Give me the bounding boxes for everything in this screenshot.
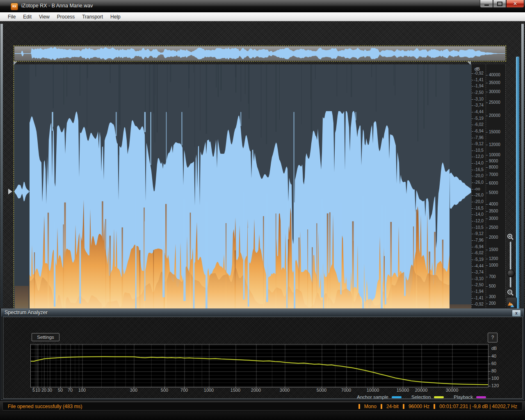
menu-item-file[interactable]: File bbox=[4, 13, 19, 21]
spectrum-analyzer-panel: Spectrum Analyzer x Settings ? 510203050… bbox=[1, 308, 524, 400]
spectrogram-view[interactable] bbox=[14, 64, 472, 320]
frequency-tick-label: 500 bbox=[489, 284, 496, 288]
amplitude-tick bbox=[472, 202, 473, 202]
amplitude-tick bbox=[472, 189, 473, 189]
amplitude-tick bbox=[472, 93, 473, 93]
analyzer-titlebar[interactable]: Spectrum Analyzer x bbox=[1, 309, 524, 317]
frequency-tick-label: 6000 bbox=[489, 181, 498, 185]
amplitude-tick-label: -1,41 bbox=[474, 296, 484, 300]
menu-item-edit[interactable]: Edit bbox=[19, 13, 35, 21]
frequency-tick bbox=[486, 304, 488, 304]
legend-swatch bbox=[434, 396, 444, 398]
analyzer-close-button[interactable]: x bbox=[512, 310, 521, 317]
amplitude-tick bbox=[472, 298, 473, 299]
amplitude-tick-label: -6,02 bbox=[474, 251, 484, 255]
playhead-marker-icon[interactable] bbox=[8, 189, 12, 194]
frequency-tick-label: 3500 bbox=[489, 209, 498, 213]
amplitude-tick-label: -4,44 bbox=[474, 110, 484, 114]
legend-label: Anchor sample bbox=[357, 395, 388, 399]
app-icon: RX bbox=[11, 3, 18, 10]
amplitude-tick bbox=[472, 80, 473, 80]
status-separator bbox=[434, 404, 435, 409]
help-button[interactable]: ? bbox=[488, 333, 498, 342]
analyzer-y-tick bbox=[488, 386, 491, 386]
legend-item: Selection bbox=[411, 395, 444, 399]
analyzer-body: Settings ? 51020305070100300500700100015… bbox=[3, 317, 523, 399]
legend-item: Anchor sample bbox=[357, 395, 402, 399]
amplitude-tick-label: -9,12 bbox=[474, 231, 484, 236]
frequency-tick bbox=[486, 297, 488, 297]
analyzer-x-tick-label: 1000 bbox=[204, 388, 214, 393]
close-icon: ✕ bbox=[513, 1, 517, 7]
frequency-tick-label: 10000 bbox=[489, 153, 500, 157]
status-bar: File opened successfully (483 ms) Mono24… bbox=[0, 401, 525, 412]
menu-item-view[interactable]: View bbox=[35, 13, 53, 21]
status-message: File opened successfully (483 ms) bbox=[8, 404, 82, 409]
analyzer-y-tick-label: 80 bbox=[491, 368, 496, 373]
titlebar[interactable]: RX iZotope RX - B Anna Marie.wav ✕ bbox=[0, 0, 525, 13]
frequency-tick bbox=[486, 265, 488, 266]
amplitude-tick bbox=[472, 304, 473, 305]
amplitude-tick bbox=[472, 240, 473, 241]
close-button[interactable]: ✕ bbox=[506, 0, 524, 8]
work-area: dB-0,92-1,41-1,94-2,50-3,10-3,74-4,44-5,… bbox=[0, 21, 525, 308]
frequency-tick-label: 25000 bbox=[489, 100, 500, 105]
analyzer-x-tick-label: 5 bbox=[32, 388, 35, 393]
app-window: RX iZotope RX - B Anna Marie.wav ✕ FileE… bbox=[0, 0, 525, 420]
right-edge-strip bbox=[521, 24, 524, 308]
amplitude-tick bbox=[472, 285, 473, 285]
frequency-ruler[interactable]: 4000035000300002500020000150001200010000… bbox=[486, 64, 506, 320]
legend-item: Playback bbox=[454, 395, 486, 399]
analyzer-x-tick-label: 20 bbox=[41, 388, 46, 393]
amplitude-tick bbox=[472, 195, 473, 196]
amplitude-tick bbox=[472, 73, 473, 74]
amplitude-tick bbox=[472, 157, 473, 157]
status-separator bbox=[403, 404, 404, 409]
zoom-controls bbox=[505, 64, 516, 328]
amplitude-tick-label: -5,19 bbox=[474, 257, 484, 262]
frequency-tick bbox=[486, 228, 488, 228]
analyzer-x-tick-label: 70 bbox=[68, 388, 73, 393]
amplitude-tick bbox=[472, 170, 473, 170]
frequency-tick-label: 2500 bbox=[489, 225, 498, 230]
frequency-tick-label: 15000 bbox=[489, 130, 500, 134]
vertical-scrollbar[interactable] bbox=[516, 57, 519, 327]
analyzer-x-tick-label: 2000 bbox=[251, 388, 261, 393]
status-separator bbox=[381, 404, 382, 409]
zoom-out-icon[interactable] bbox=[507, 289, 514, 296]
zoom-in-icon[interactable] bbox=[507, 233, 514, 240]
amplitude-tick-label: -16,5 bbox=[474, 206, 484, 210]
amplitude-tick bbox=[472, 247, 473, 247]
amplitude-tick-label: -7,96 bbox=[474, 238, 484, 242]
legend-label: Playback bbox=[454, 395, 473, 399]
menu-item-help[interactable]: Help bbox=[107, 13, 124, 21]
amplitude-ruler[interactable]: dB-0,92-1,41-1,94-2,50-3,10-3,74-4,44-5,… bbox=[471, 64, 486, 320]
spectrogram-waveform-blend-icon bbox=[507, 301, 515, 308]
amplitude-tick bbox=[472, 144, 473, 144]
menu-item-transport[interactable]: Transport bbox=[78, 13, 107, 21]
frequency-tick-label: 35000 bbox=[489, 80, 500, 85]
analyzer-x-tick-label: 30000 bbox=[446, 388, 459, 393]
amplitude-tick bbox=[472, 131, 473, 132]
menu-item-process[interactable]: Process bbox=[53, 13, 78, 21]
vertical-zoom-slider[interactable] bbox=[510, 242, 511, 288]
amplitude-tick-label: -6,02 bbox=[474, 122, 484, 127]
legend-swatch bbox=[392, 396, 402, 398]
amplitude-tick bbox=[472, 176, 473, 176]
amplitude-tick bbox=[472, 99, 473, 100]
analyzer-title: Spectrum Analyzer bbox=[5, 310, 48, 315]
analyzer-x-tick-label: 50 bbox=[58, 388, 63, 393]
maximize-button[interactable] bbox=[493, 0, 506, 8]
settings-button[interactable]: Settings bbox=[32, 333, 59, 341]
analyzer-y-tick bbox=[488, 364, 491, 364]
zoom-slider-knob[interactable] bbox=[507, 269, 515, 277]
frequency-tick bbox=[486, 161, 488, 162]
minimize-button[interactable] bbox=[480, 0, 493, 8]
frequency-tick bbox=[486, 83, 488, 83]
amplitude-tick-label: -oo bbox=[474, 187, 480, 191]
analyzer-y-tick-label: 60 bbox=[491, 361, 496, 366]
overview-waveform[interactable] bbox=[14, 46, 505, 61]
analyzer-y-tick-label: 100 bbox=[491, 376, 499, 381]
minimize-icon bbox=[484, 5, 489, 6]
frequency-tick bbox=[486, 204, 488, 205]
